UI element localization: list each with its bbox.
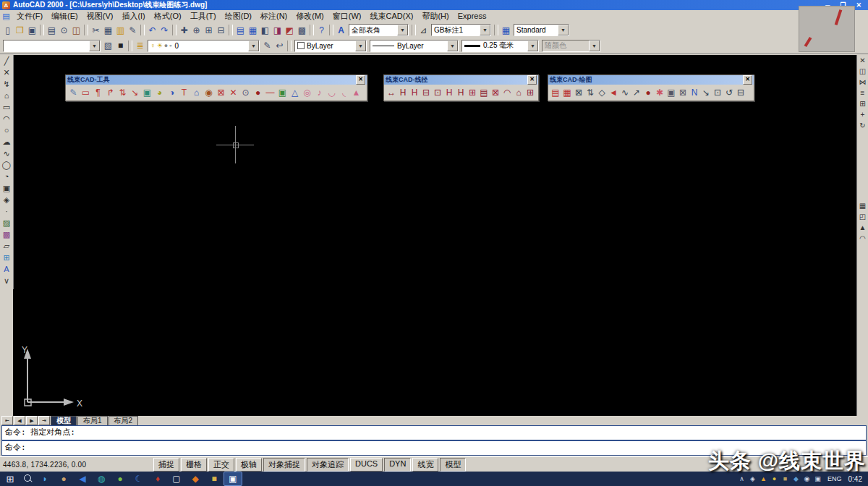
search-icon[interactable] <box>20 473 35 485</box>
chevron-down-icon[interactable]: ▼ <box>248 40 259 51</box>
tool-icon[interactable]: ↱ <box>104 86 116 99</box>
tab-prev-icon[interactable]: ◀ <box>14 416 25 425</box>
insert-block-icon[interactable]: ▣ <box>1 182 12 194</box>
workspace-combo[interactable]: ▼ <box>3 40 101 52</box>
gradient-icon[interactable]: ▩ <box>1 229 12 240</box>
close-icon[interactable]: ✕ <box>356 75 365 85</box>
status-toggle-DUCS[interactable]: DUCS <box>350 458 383 472</box>
explode-icon[interactable]: ▦ <box>858 200 868 211</box>
tool-icon[interactable]: ⊟ <box>420 86 432 99</box>
menu-item-1[interactable]: 编辑(E) <box>47 11 82 21</box>
linetype-combo[interactable]: ByLayer ▼ <box>370 40 459 52</box>
tool-icon[interactable]: ⊠ <box>677 86 689 99</box>
help-icon[interactable]: ? <box>315 24 328 36</box>
layer-lock-icon[interactable]: ● <box>164 42 168 49</box>
menu-item-11[interactable]: 帮助(H) <box>417 11 453 21</box>
toolbar-scroll-icon[interactable]: ∨ <box>1 275 12 286</box>
app-icon[interactable]: ◆ <box>187 472 204 485</box>
make-layer-current-icon[interactable]: ✎ <box>261 40 273 52</box>
tool-icon[interactable]: ◄ <box>608 86 619 99</box>
layer-combo[interactable]: ♀☀●▫ 0 ▼ <box>148 40 260 52</box>
tool-icon[interactable]: ◑ <box>166 86 178 99</box>
drawing-area[interactable] <box>13 55 857 416</box>
status-toggle-模型[interactable]: 模型 <box>440 458 466 472</box>
chevron-down-icon[interactable]: ▼ <box>527 40 538 51</box>
tool-icon[interactable]: △ <box>289 86 301 99</box>
app-edge-icon[interactable]: ☾ <box>130 472 148 485</box>
menu-item-3[interactable]: 插入(I) <box>117 11 149 21</box>
app-icon[interactable]: ♦ <box>149 472 166 485</box>
tool-icon[interactable]: ⊡ <box>432 86 443 99</box>
tool-icon[interactable]: ▭ <box>80 86 92 99</box>
text-style-combo[interactable]: 全部表角 ▼ <box>349 24 409 36</box>
chevron-down-icon[interactable]: ▼ <box>480 25 490 35</box>
spline-icon[interactable]: ∿ <box>1 148 12 159</box>
layer-isolate-icon[interactable]: ■ <box>114 40 127 52</box>
tool-icon[interactable]: ◇ <box>596 86 608 99</box>
paste-icon[interactable]: ▥ <box>114 24 127 36</box>
chevron-down-icon[interactable]: ▼ <box>447 40 458 51</box>
floating-toolbar-titlebar[interactable]: 线束CAD-线径 ✕ <box>384 75 538 85</box>
menu-item-0[interactable]: 文件(F) <box>12 11 47 21</box>
copy-object-icon[interactable]: ◫ <box>858 66 868 77</box>
properties-icon[interactable]: ▤ <box>234 24 247 36</box>
match-properties-icon[interactable]: ✎ <box>127 24 139 36</box>
status-toggle-正交[interactable]: 正交 <box>208 458 234 472</box>
hatch-icon[interactable]: ▨ <box>1 217 12 229</box>
app-icon[interactable]: ● <box>111 472 129 485</box>
status-toggle-栅格[interactable]: 栅格 <box>181 458 207 472</box>
chevron-down-icon[interactable]: ▼ <box>558 25 569 35</box>
app-icon[interactable]: ▢ <box>168 472 185 485</box>
trim-icon[interactable]: ◰ <box>858 211 868 222</box>
polyline-icon[interactable]: ↯ <box>1 78 12 90</box>
zoom-realtime-icon[interactable]: ⊕ <box>190 24 203 36</box>
tool-icon[interactable]: ◉ <box>203 86 215 99</box>
close-icon[interactable]: ✕ <box>743 75 752 85</box>
layer-on-bulb-icon[interactable]: ♀ <box>150 42 156 49</box>
layer-color-swatch[interactable]: ▫ <box>169 42 171 49</box>
tool-icon[interactable]: ● <box>252 86 264 99</box>
tab-layout-2[interactable]: 布局2 <box>109 416 139 425</box>
status-toggle-极轴[interactable]: 极轴 <box>236 458 262 472</box>
status-toggle-捕捉[interactable]: 捕捉 <box>153 458 179 472</box>
tool-icon[interactable]: — <box>264 86 276 99</box>
close-icon[interactable]: ✕ <box>527 75 537 85</box>
chevron-down-icon[interactable]: ▼ <box>397 25 408 35</box>
tool-icon[interactable]: N <box>689 86 700 99</box>
tab-model[interactable]: 模型 <box>51 416 77 425</box>
menu-item-12[interactable]: Express <box>454 11 491 21</box>
tool-icon[interactable]: H <box>409 86 420 99</box>
calculator-icon[interactable]: ▩ <box>296 24 308 36</box>
move-icon[interactable]: + <box>858 109 868 120</box>
layer-properties-manager-icon[interactable]: ≣ <box>134 40 146 52</box>
dim-style-icon[interactable]: ⊿ <box>417 24 430 36</box>
layer-previous-icon[interactable]: ↩ <box>273 40 286 52</box>
tool-icon[interactable]: ∿ <box>619 86 631 99</box>
status-toggle-对象追踪[interactable]: 对象追踪 <box>307 458 349 472</box>
open-icon[interactable]: ❐ <box>14 24 26 36</box>
app-chat-icon[interactable]: ◗ <box>36 472 54 485</box>
tool-icon[interactable]: ↺ <box>723 86 735 99</box>
tool-icon[interactable]: ↘ <box>700 86 712 99</box>
pan-icon[interactable]: ✚ <box>178 24 190 36</box>
revision-cloud-icon[interactable]: ☁ <box>1 136 12 148</box>
tool-icon[interactable]: ⌂ <box>190 86 203 99</box>
redo-icon[interactable]: ↷ <box>158 24 171 36</box>
save-icon[interactable]: ▣ <box>26 24 38 36</box>
tool-icon[interactable]: ◎ <box>301 86 313 99</box>
menu-item-4[interactable]: 格式(O) <box>150 11 186 21</box>
tool-icon[interactable]: ◟ <box>338 86 350 99</box>
tool-icon[interactable]: ⊠ <box>215 86 227 99</box>
make-block-icon[interactable]: ◈ <box>1 194 12 205</box>
status-toggle-对象捕捉[interactable]: 对象捕捉 <box>263 458 305 472</box>
layer-states-icon[interactable]: ▧ <box>102 40 114 52</box>
start-button[interactable]: ⊞ <box>1 474 19 485</box>
tool-icon[interactable]: ⊠ <box>573 86 584 99</box>
cut-icon[interactable]: ✂ <box>90 24 102 36</box>
tool-icon[interactable]: ▤ <box>550 86 561 99</box>
tool-icon[interactable]: ▣ <box>141 86 153 99</box>
tool-icon[interactable]: ▣ <box>276 86 289 99</box>
tool-icon[interactable]: ⊡ <box>712 86 723 99</box>
tool-icon[interactable]: ¶ <box>92 86 104 99</box>
tool-icon[interactable]: ↔ <box>386 86 397 99</box>
